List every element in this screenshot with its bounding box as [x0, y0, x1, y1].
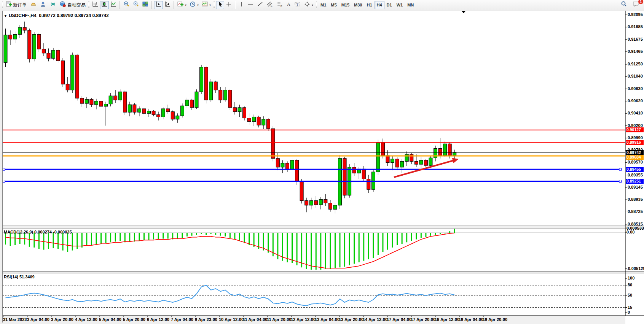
toolbar-drag-handle[interactable] [2, 2, 3, 8]
time-axis-label: 5 Apr 04:00 [99, 317, 121, 322]
timeframe-button-m15[interactable]: M15 [339, 1, 352, 9]
text-tool-button[interactable]: A [284, 1, 293, 9]
time-axis-label: 3 Apr 04:00 [27, 317, 49, 322]
autotrading-icon [59, 1, 66, 9]
price-axis-label: 0.91885 [628, 24, 643, 29]
arrows-tool-icon [304, 1, 310, 9]
price-axis-label: 0.89990 [628, 135, 643, 140]
auto-scroll-button[interactable] [154, 1, 163, 9]
tile-windows-icon [142, 1, 148, 9]
search-button[interactable] [619, 1, 629, 9]
time-axis-label: 11 Apr 04:00 [243, 317, 267, 322]
time-axis-label: 10 Apr 12:00 [219, 317, 244, 322]
price-marker-0.89742: 0.89742 [626, 150, 644, 155]
time-axis-label: 13 Apr 04:00 [315, 317, 340, 322]
text-label-tool-button[interactable]: T [293, 1, 303, 9]
chevron-down-icon: ▾ [312, 3, 313, 7]
price-axis-label: 0.88935 [628, 197, 643, 202]
indicators-button[interactable]: ▾ [176, 1, 188, 9]
periods-button[interactable]: ▾ [188, 1, 200, 9]
chart-canvas[interactable] [0, 11, 644, 324]
timeframe-button-h1[interactable]: H1 [364, 1, 374, 9]
svg-text:E: E [271, 5, 273, 7]
zoom-out-icon [133, 1, 139, 9]
svg-text:T: T [296, 3, 299, 6]
chevron-down-icon: ▾ [185, 3, 187, 7]
line-chart-button[interactable] [109, 1, 118, 9]
timeframe-button-m1[interactable]: M1 [318, 1, 328, 9]
chart-title: ▼USDCHF-,H4 0.89772 0.89792 0.89734 0.89… [4, 13, 109, 18]
toolbar-drag-handle[interactable] [214, 2, 215, 8]
bar-chart-button[interactable] [91, 1, 100, 9]
time-axis-label: 9 Apr 23:00 [195, 317, 217, 322]
clock-icon [190, 1, 196, 9]
text-tool-icon: A [286, 1, 291, 9]
time-axis-label: 4 Apr 12:00 [75, 317, 97, 322]
tile-windows-button[interactable] [141, 1, 150, 9]
time-axis-label: 5 Apr 20:00 [123, 317, 145, 322]
svg-text:A: A [287, 2, 290, 7]
cursor-button[interactable] [216, 1, 224, 9]
vertical-line-icon [239, 1, 244, 9]
line-chart-icon [110, 1, 116, 9]
trendline-tool-button[interactable] [255, 1, 265, 9]
price-axis-label: 0.89145 [628, 185, 643, 189]
macd-axis-zero-label: 0.00 [626, 230, 634, 234]
chevron-down-icon: ▾ [197, 3, 199, 7]
price-axis-label: 0.90410 [628, 111, 643, 115]
fibonacci-tool-button[interactable]: F [274, 1, 284, 9]
chart-shift-button[interactable] [163, 1, 172, 9]
templates-button[interactable]: ▾ [200, 1, 212, 9]
chevron-down-icon: ▾ [209, 3, 211, 7]
time-axis-label: 13 Apr 20:00 [339, 317, 363, 322]
candlestick-chart-button[interactable] [100, 1, 109, 9]
one-click-trading-arrow-icon[interactable]: ▼ [4, 14, 7, 18]
time-axis-label: 17 Apr 04:00 [387, 317, 411, 322]
time-axis-label: 12 Apr 12:00 [291, 317, 316, 322]
timeframe-button-m5[interactable]: M5 [328, 1, 339, 9]
new-order-button[interactable]: 新订单 [4, 1, 28, 9]
price-axis-label: 0.89570 [628, 160, 643, 164]
rsi-axis-label: 0 [628, 310, 630, 314]
auto-scroll-icon [155, 1, 161, 9]
timeframe-button-d1[interactable]: D1 [384, 1, 394, 9]
price-axis-label: 0.92095 [628, 12, 643, 17]
zoom-in-button[interactable] [122, 1, 131, 9]
zoom-out-button[interactable] [131, 1, 141, 9]
price-axis-label: 0.88515 [628, 222, 643, 226]
bar-chart-icon [92, 1, 98, 9]
vertical-line-tool-button[interactable] [237, 1, 245, 9]
price-marker-0.90127: 0.90127 [626, 127, 644, 132]
toolbar-drag-handle[interactable] [316, 2, 317, 8]
notifications-button[interactable]: 1 [631, 1, 641, 9]
time-axis-label: 11 Apr 20:00 [267, 317, 291, 322]
profile-icon [40, 1, 46, 9]
market-watch-button[interactable] [28, 1, 38, 9]
time-axis-label: 3 Apr 20:00 [51, 317, 73, 322]
time-axis-label: 17 Apr 20:00 [411, 317, 435, 322]
horizontal-line-icon [247, 1, 254, 9]
price-axis-label: 0.90200 [628, 123, 643, 128]
svg-text:F: F [281, 5, 282, 8]
crosshair-button[interactable] [224, 1, 233, 9]
equidistant-channel-icon: E [266, 1, 273, 9]
signals-button[interactable] [48, 1, 58, 9]
equidistant-channel-tool-button[interactable]: E [265, 1, 274, 9]
price-axis-label: 0.91040 [628, 74, 643, 78]
toolbar-separator [151, 1, 152, 9]
toolbar-drag-handle[interactable] [88, 2, 89, 8]
main-toolbar: 新订单 自动交易 [0, 0, 644, 10]
cursor-icon [217, 1, 223, 9]
timeframe-toolbar: M1M5M15M30H1H4D1W1MN [318, 1, 416, 9]
timeframe-button-w1[interactable]: W1 [394, 1, 405, 9]
horizontal-line-tool-button[interactable] [245, 1, 255, 9]
arrows-tool-button[interactable]: ▾ [303, 1, 315, 9]
profile-button[interactable] [38, 1, 48, 9]
timeframe-button-m30[interactable]: M30 [352, 1, 364, 9]
rsi-axis-label: 100 [628, 276, 634, 280]
price-axis-label: 0.88725 [628, 209, 643, 214]
timeframe-button-h4[interactable]: H4 [375, 1, 384, 9]
timeframe-button-mn[interactable]: MN [405, 1, 416, 9]
autotrading-button[interactable]: 自动交易 [58, 1, 87, 9]
chart-shift-icon [164, 1, 171, 9]
